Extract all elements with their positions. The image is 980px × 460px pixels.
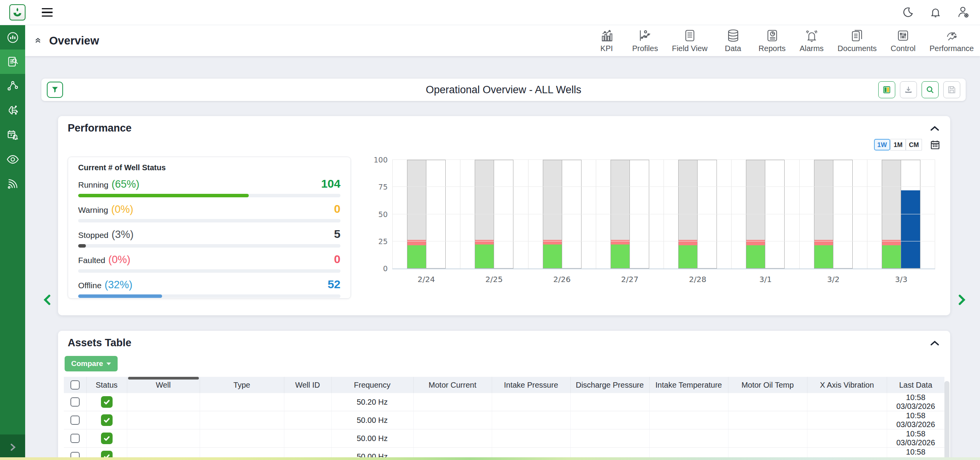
cell-motor-oil-temp	[728, 411, 807, 429]
status-percent: (0%)	[108, 254, 130, 266]
performance-card: Performance 1W 1M CM Current # of Well S…	[58, 116, 950, 315]
column-header-x-axis-vibration[interactable]: X Axis Vibration	[807, 377, 887, 393]
compare-button[interactable]: Compare	[65, 356, 118, 371]
stacked-status-bar[interactable]	[882, 160, 901, 268]
nav-item-alarms[interactable]: Alarms	[800, 29, 824, 53]
check-icon	[103, 435, 110, 442]
column-header-type[interactable]: Type	[200, 377, 284, 393]
sidebar-item-field-map[interactable]	[0, 74, 25, 98]
assets-collapse-button[interactable]	[929, 339, 941, 347]
range-button-1m[interactable]: 1M	[890, 139, 906, 150]
outline-bar[interactable]	[901, 160, 920, 268]
y-tick-label: 0	[383, 264, 388, 273]
range-button-1w[interactable]: 1W	[874, 139, 891, 150]
outline-bar[interactable]	[426, 160, 446, 268]
column-header-intake-pressure[interactable]: Intake Pressure	[492, 377, 570, 393]
menu-icon[interactable]	[42, 8, 53, 17]
chart-bar-group-2/26[interactable]	[528, 160, 596, 268]
stacked-documents-icon	[850, 29, 864, 43]
outline-bar[interactable]	[698, 160, 717, 268]
row-checkbox[interactable]	[70, 416, 80, 425]
chart-bar-group-3/3[interactable]	[867, 160, 935, 268]
stacked-status-bar[interactable]	[678, 160, 698, 268]
user-settings-icon[interactable]	[957, 6, 970, 19]
stacked-status-bar[interactable]	[746, 160, 765, 268]
outline-bar[interactable]	[562, 160, 582, 268]
nav-item-kpi[interactable]: KPI	[595, 29, 618, 53]
nav-label: Profiles	[632, 44, 658, 53]
sidebar-item-overview[interactable]	[0, 50, 25, 74]
sidebar-item-live-data[interactable]	[0, 171, 25, 196]
chart-bar-group-2/28[interactable]	[664, 160, 732, 268]
asset-row[interactable]: 50.20 Hz10:58 03/03/2026	[64, 393, 944, 411]
stacked-status-bar[interactable]	[475, 160, 494, 268]
chart-bar-group-2/24[interactable]	[392, 160, 460, 268]
status-value: 0	[334, 253, 340, 266]
cell-intake-pressure	[492, 429, 570, 448]
dark-mode-moon-icon[interactable]	[901, 6, 914, 19]
column-header-last-data[interactable]: Last Data	[887, 377, 944, 393]
nav-item-performance[interactable]: Performance	[930, 29, 974, 53]
search-button[interactable]	[922, 81, 939, 98]
nav-item-profiles[interactable]: Profiles	[632, 29, 658, 53]
collapse-header-button[interactable]	[34, 36, 42, 45]
stacked-status-bar[interactable]	[407, 160, 426, 268]
nav-item-documents[interactable]: Documents	[838, 29, 877, 53]
outline-bar[interactable]	[833, 160, 853, 268]
columns-layout-button[interactable]	[878, 81, 895, 98]
nav-item-field-view[interactable]: Field View	[672, 29, 708, 53]
cell-well	[127, 429, 200, 448]
notifications-bell-icon[interactable]	[929, 6, 942, 19]
save-button[interactable]	[943, 81, 960, 98]
download-button[interactable]	[900, 81, 917, 98]
app-logo[interactable]	[9, 4, 26, 21]
sidebar-item-dashboard[interactable]	[0, 25, 25, 50]
sidebar-item-watch[interactable]	[0, 147, 25, 171]
sidebar-item-alarm-schedule[interactable]	[0, 123, 25, 147]
carousel-prev-arrow[interactable]	[42, 294, 52, 307]
horizontal-scrollbar-thumb[interactable]	[128, 377, 199, 380]
chart-bar-group-3/2[interactable]	[800, 160, 867, 268]
cell-discharge-pressure	[570, 429, 649, 448]
well-status-chart[interactable]: 0255075100 2/242/252/262/272/283/13/23/3	[372, 157, 935, 299]
stacked-status-bar[interactable]	[611, 160, 630, 268]
chart-bar-group-2/27[interactable]	[596, 160, 664, 268]
asset-row[interactable]: 50.00 Hz10:58 03/03/2026	[64, 429, 944, 448]
row-checkbox[interactable]	[70, 397, 80, 407]
outline-bar[interactable]	[765, 160, 785, 268]
stacked-status-bar[interactable]	[543, 160, 562, 268]
column-header-well-id[interactable]: Well ID	[284, 377, 331, 393]
column-header-motor-oil-temp[interactable]: Motor Oil Temp	[728, 377, 807, 393]
filter-button[interactable]	[47, 82, 63, 98]
nav-item-control[interactable]: Control	[891, 29, 915, 53]
nav-item-data[interactable]: Data	[722, 29, 745, 53]
outline-bar[interactable]	[630, 160, 649, 268]
row-checkbox[interactable]	[70, 434, 80, 443]
status-progress-track	[78, 244, 340, 248]
column-header-frequency[interactable]: Frequency	[331, 377, 413, 393]
sidebar-expand-button[interactable]	[0, 434, 25, 460]
chevron-left-icon	[42, 294, 52, 306]
column-header-motor-current[interactable]: Motor Current	[413, 377, 492, 393]
bell-ringing-icon	[805, 29, 819, 43]
column-header-status[interactable]: Status	[86, 377, 127, 393]
download-icon	[904, 85, 913, 94]
outline-bar[interactable]	[494, 160, 513, 268]
cell-frequency: 50.20 Hz	[331, 393, 413, 411]
calendar-picker-button[interactable]	[930, 139, 941, 150]
performance-collapse-button[interactable]	[929, 124, 941, 133]
column-header-intake-temperature[interactable]: Intake Temperature	[649, 377, 728, 393]
vertical-scrollbar-thumb[interactable]	[944, 381, 949, 460]
range-button-cm[interactable]: CM	[906, 139, 922, 150]
column-header-well[interactable]: Well	[127, 377, 200, 393]
chart-bar-group-3/1[interactable]	[732, 160, 799, 268]
status-progress-track	[78, 294, 340, 298]
asset-row[interactable]: 50.00 Hz10:58 03/03/2026	[64, 411, 944, 429]
stacked-status-bar[interactable]	[814, 160, 833, 268]
carousel-next-arrow[interactable]	[957, 294, 967, 307]
nav-item-reports[interactable]: Reports	[759, 29, 786, 53]
chart-bar-group-2/25[interactable]	[460, 160, 528, 268]
select-all-checkbox[interactable]	[70, 380, 80, 390]
sidebar-item-analytics-ai[interactable]	[0, 98, 25, 123]
column-header-discharge-pressure[interactable]: Discharge Pressure	[570, 377, 649, 393]
